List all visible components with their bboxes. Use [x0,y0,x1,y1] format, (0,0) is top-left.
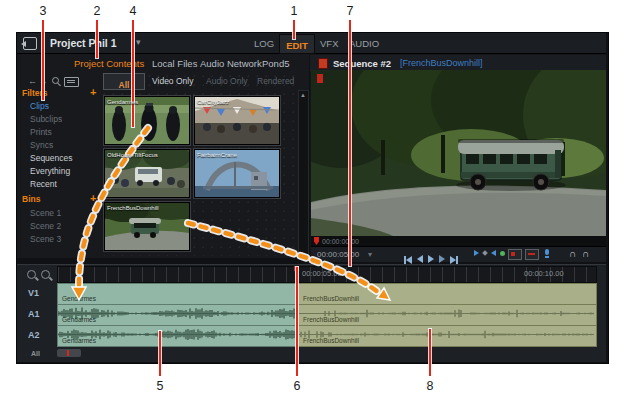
menu-tab-edit[interactable]: EDIT [279,34,315,54]
view-tab-all[interactable]: All [103,73,145,90]
all-track-sync-marker [67,350,69,356]
timeline-clip-v1-gendarmes[interactable]: Gendarmes [57,283,299,305]
scrollbar-up-icon[interactable]: ▲ [300,92,306,98]
filter-item-prints[interactable]: Prints [30,128,52,137]
keyboard-icon[interactable] [64,77,79,87]
track-header-a1[interactable]: A1 [28,310,40,319]
clip-thumbnail-label: FairbairnCrane [197,152,237,158]
bin-tab-pond5[interactable]: Pond5 [262,59,289,69]
bin-tab-audio-network[interactable]: Audio Network [200,59,262,69]
timeline-zoom-out-icon[interactable] [27,270,36,279]
callout-number-5: 5 [153,379,167,393]
filter-item-recent[interactable]: Recent [30,180,57,189]
project-title: Project Phil 1 [50,38,117,49]
view-tab-audio-only[interactable]: Audio Only [206,77,248,86]
track-header-all[interactable]: All [31,350,40,357]
screenshot-stage: Project Phil 1 ▾ LOG EDIT VFX AUDIO Proj… [0,0,624,400]
timeline-clip-a1-gendarmes[interactable]: Gendarmes [57,304,299,326]
callout-line-6 [296,267,298,376]
callout-number-3: 3 [36,4,50,18]
step-back-button[interactable] [417,255,423,263]
callout-number-8: 8 [423,379,437,393]
callout-number-1: 1 [287,4,301,18]
mark-in-icon[interactable] [474,250,479,256]
add-filter-icon[interactable]: + [90,87,96,98]
exit-project-icon[interactable] [23,37,37,50]
ruler-timecode-2: 00:00:10.00 [524,270,564,278]
sequence-icon [318,58,328,69]
viewer-clip-ref: [FrenchBusDownhill] [400,59,483,68]
view-tab-rendered[interactable]: Rendered [257,77,294,86]
filter-item-clips[interactable]: Clips [30,102,49,111]
timeline-clip-a2-gendarmes[interactable]: Gendarmes [57,325,299,347]
callout-number-4: 4 [126,4,140,18]
clip-thumbnail-carcityjazz[interactable]: CarCityJazz [194,96,280,145]
mark-out-icon[interactable] [491,250,496,256]
callout-line-1 [293,20,295,39]
nav-back-icon[interactable]: ← [28,77,37,86]
all-track-marker-box[interactable] [57,349,81,357]
filter-item-syncs[interactable]: Syncs [30,141,53,150]
search-icon[interactable] [52,77,59,84]
ruler-timecode-1: 00:00:05.00 [302,270,342,278]
clip-thumbnail-gendarmes[interactable]: Gendarmes [104,96,190,145]
callout-number-7: 7 [343,4,357,18]
timeline-clip-label: Gendarmes [62,295,96,302]
callout-line-5 [159,331,161,376]
timeline-clip-label: Gendarmes [62,337,96,344]
timecode-caret-icon[interactable]: ▾ [368,251,372,259]
clip-thumbnail-label: FrenchBusDownhill [107,205,159,211]
clip-thumbnail-frenchbusdownhill[interactable]: FrenchBusDownhill [104,202,190,251]
timeline-clip-v1-frenchbus[interactable]: FrenchBusDownhill [298,283,597,305]
track-header-v1[interactable]: V1 [28,289,39,298]
microphone-icon[interactable] [545,249,549,255]
filter-item-sequences[interactable]: Sequences [30,154,73,163]
timeline-clip-label: Gendarmes [62,316,96,323]
callout-number-2: 2 [90,4,104,18]
remove-edit-button[interactable] [508,249,522,260]
bin-scrollbar[interactable] [298,90,309,255]
viewer-current-timecode[interactable]: 00:00:05.00 [317,251,359,259]
mark-point-icon[interactable] [482,250,488,256]
callout-line-2 [96,20,98,58]
menu-tab-audio[interactable]: AUDIO [349,39,379,49]
callout-line-7 [349,20,351,266]
audio-monitor-right-icon[interactable]: ∩ [582,249,589,259]
filter-item-subclips[interactable]: Subclips [30,115,62,124]
clip-thumbnail-fairbairncrane[interactable]: FairbairnCrane [194,149,280,198]
record-status-icon[interactable] [500,251,505,256]
timeline-clip-label: FrenchBusDownhill [303,337,359,344]
viewer-title: Sequence #2 [333,59,391,69]
video-frame-image [311,70,606,236]
project-menu-caret-icon[interactable]: ▾ [136,38,141,47]
timeline-zoom-in-icon[interactable] [41,270,50,279]
play-button[interactable] [428,255,434,263]
callout-number-6: 6 [290,379,304,393]
bin-item-scene1[interactable]: Scene 1 [30,209,61,218]
clip-thumbnail-label: Gendarmes [107,99,138,105]
view-tab-video-only[interactable]: Video Only [152,77,193,86]
callout-line-3 [42,20,44,100]
clip-thumbnail-label: CarCityJazz [197,99,229,105]
callout-line-4 [132,20,134,127]
viewer-overlay-timecode: 00:00:00.00 [322,238,359,245]
bin-tab-local-files[interactable]: Local Files [152,59,197,69]
timeline-clip-a1-frenchbus[interactable]: FrenchBusDownhill [298,304,597,326]
bin-item-scene2[interactable]: Scene 2 [30,222,61,231]
bin-item-scene3[interactable]: Scene 3 [30,235,61,244]
step-forward-button[interactable] [439,255,445,263]
track-header-a2[interactable]: A2 [28,331,40,340]
audio-monitor-left-icon[interactable]: ∩ [569,249,576,259]
timeline-clip-label: FrenchBusDownhill [303,316,359,323]
clip-thumbnail-label: OldHouseTiltFocus [107,152,158,158]
insert-edit-button[interactable] [525,249,539,260]
menu-tab-vfx[interactable]: VFX [320,39,338,49]
filter-item-everything[interactable]: Everything [30,167,70,176]
add-bin-icon[interactable]: + [90,193,96,204]
bins-heading: Bins [22,195,40,204]
clip-thumbnail-oldhousetiltfocus[interactable]: OldHouseTiltFocus [104,149,190,198]
timeline-clip-a2-frenchbus[interactable]: FrenchBusDownhill [298,325,597,347]
callout-line-8 [429,329,431,376]
menu-tab-log[interactable]: LOG [254,39,274,49]
viewer-video-frame[interactable] [311,70,606,236]
